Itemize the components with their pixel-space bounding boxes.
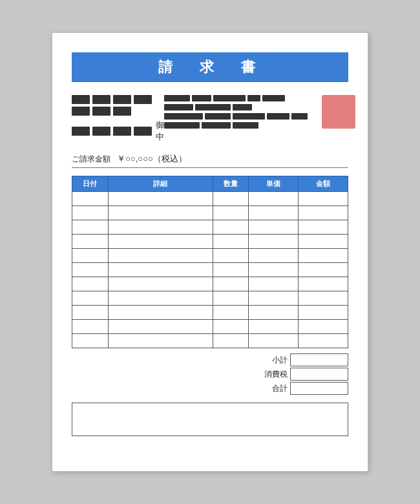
table-cell bbox=[299, 320, 348, 334]
table-cell bbox=[213, 277, 249, 291]
name-block bbox=[92, 95, 110, 104]
tax-label: 消費税 bbox=[249, 369, 288, 380]
name-block bbox=[113, 95, 131, 104]
table-cell bbox=[249, 206, 299, 220]
name-block bbox=[92, 127, 110, 136]
name-block bbox=[92, 107, 110, 116]
table-cell bbox=[108, 192, 213, 206]
billing-amount-value: ￥○○,○○○（税込） bbox=[117, 153, 187, 165]
subtotal-label: 小計 bbox=[249, 355, 288, 366]
info-block bbox=[205, 113, 231, 120]
table-cell bbox=[213, 235, 249, 249]
table-cell bbox=[108, 291, 213, 306]
name-block bbox=[134, 127, 152, 136]
recipient-name-line2: 御中 bbox=[72, 120, 164, 143]
table-cell bbox=[299, 192, 348, 206]
name-block bbox=[113, 127, 131, 136]
table-cell bbox=[108, 235, 213, 249]
table-cell bbox=[72, 192, 109, 206]
name-block bbox=[72, 95, 90, 104]
gochu-label: 御中 bbox=[156, 120, 164, 143]
col-header-amount: 金額 bbox=[299, 176, 348, 192]
invoice-page: 請 求 書 御中 bbox=[52, 32, 368, 472]
table-cell bbox=[72, 220, 109, 235]
sender-info-block bbox=[164, 95, 355, 129]
table-cell bbox=[72, 291, 109, 306]
col-header-date: 日付 bbox=[72, 176, 109, 192]
table-cell bbox=[299, 334, 348, 348]
table-cell bbox=[72, 320, 109, 334]
col-header-qty: 数量 bbox=[213, 176, 249, 192]
table-cell bbox=[72, 306, 109, 320]
invoice-title: 請 求 書 bbox=[72, 52, 348, 82]
billing-amount-row: ご請求金額 ￥○○,○○○（税込） bbox=[72, 153, 348, 168]
total-label: 合計 bbox=[249, 383, 288, 394]
sender-line-3 bbox=[164, 113, 308, 120]
table-cell bbox=[108, 334, 213, 348]
sender-line-2 bbox=[164, 104, 308, 110]
subtotal-row: 小計 bbox=[249, 353, 348, 366]
table-cell bbox=[108, 306, 213, 320]
billing-amount-label: ご請求金額 bbox=[72, 154, 110, 165]
table-cell bbox=[213, 220, 249, 235]
table-cell bbox=[72, 263, 109, 277]
table-cell bbox=[213, 192, 249, 206]
table-cell bbox=[72, 249, 109, 263]
name-block bbox=[134, 95, 152, 104]
sender-line-1 bbox=[164, 95, 308, 101]
info-block bbox=[213, 95, 246, 101]
table-cell bbox=[213, 249, 249, 263]
table-cell bbox=[72, 277, 109, 291]
table-cell bbox=[299, 249, 348, 263]
table-cell bbox=[249, 192, 299, 206]
table-cell bbox=[249, 277, 299, 291]
table-cell bbox=[249, 263, 299, 277]
sender-line-4 bbox=[164, 122, 308, 129]
table-cell bbox=[299, 220, 348, 235]
info-block bbox=[291, 113, 308, 120]
total-value-box bbox=[290, 382, 348, 395]
table-cell bbox=[249, 291, 299, 306]
table-cell bbox=[299, 306, 348, 320]
info-block bbox=[164, 122, 200, 129]
table-cell bbox=[72, 235, 109, 249]
table-cell bbox=[299, 291, 348, 306]
table-cell bbox=[213, 320, 249, 334]
name-block bbox=[72, 107, 90, 116]
recipient-block: 御中 bbox=[72, 95, 164, 143]
col-header-price: 単価 bbox=[249, 176, 299, 192]
tax-row: 消費税 bbox=[249, 368, 348, 381]
info-block bbox=[267, 113, 289, 120]
tax-value-box bbox=[290, 368, 348, 381]
table-cell bbox=[72, 206, 109, 220]
table-cell bbox=[108, 249, 213, 263]
sender-text-blocks bbox=[164, 95, 308, 129]
info-block bbox=[233, 113, 265, 120]
table-cell bbox=[249, 320, 299, 334]
table-cell bbox=[213, 206, 249, 220]
name-block bbox=[113, 107, 131, 116]
info-block bbox=[192, 95, 211, 101]
invoice-table: 日付 詳細 数量 単価 金額 bbox=[72, 176, 348, 348]
table-cell bbox=[108, 320, 213, 334]
table-cell bbox=[249, 334, 299, 348]
name-blocks-line2 bbox=[72, 127, 152, 136]
info-block bbox=[233, 104, 252, 110]
notes-box bbox=[72, 403, 348, 436]
table-cell bbox=[213, 263, 249, 277]
table-cell bbox=[72, 334, 109, 348]
info-block bbox=[262, 95, 285, 101]
company-stamp bbox=[322, 95, 355, 129]
info-block bbox=[202, 122, 231, 129]
totals-section: 小計 消費税 合計 bbox=[72, 353, 348, 395]
info-block bbox=[233, 122, 258, 129]
info-block bbox=[164, 104, 193, 110]
table-cell bbox=[299, 235, 348, 249]
table-cell bbox=[249, 249, 299, 263]
table-cell bbox=[108, 206, 213, 220]
table-cell bbox=[299, 206, 348, 220]
total-row: 合計 bbox=[249, 382, 348, 395]
invoice-header: 御中 bbox=[72, 95, 348, 143]
info-block bbox=[195, 104, 231, 110]
table-cell bbox=[213, 334, 249, 348]
